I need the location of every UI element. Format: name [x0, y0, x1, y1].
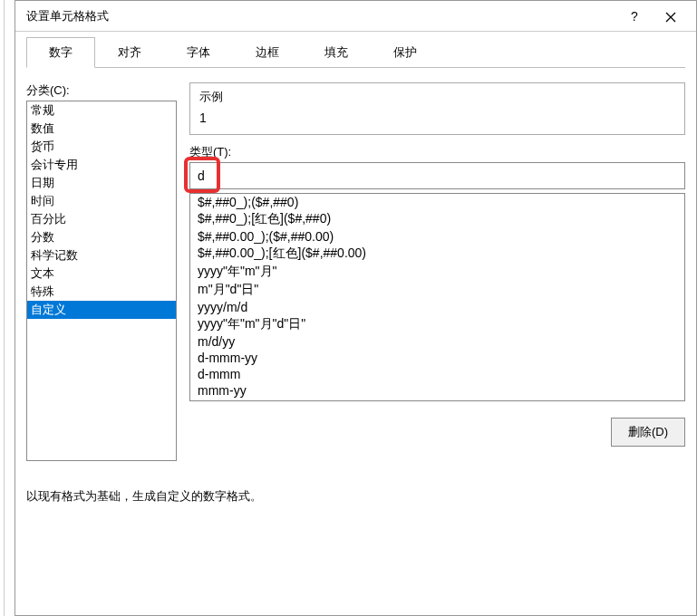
format-cells-dialog: 设置单元格格式 ? 数字 对齐 字体 边框 填充 保护 分类(C): 常规 数值…	[15, 0, 697, 616]
content: 分类(C): 常规 数值 货币 会计专用 日期 时间 百分比 分数 科学记数 文…	[15, 68, 696, 472]
category-item[interactable]: 科学记数	[27, 246, 176, 265]
format-item[interactable]: mmm-yy	[190, 382, 684, 399]
hint-text: 以现有格式为基础，生成自定义的数字格式。	[26, 488, 685, 505]
tab-border[interactable]: 边框	[233, 37, 302, 68]
category-column: 分类(C): 常规 数值 货币 会计专用 日期 时间 百分比 分数 科学记数 文…	[26, 82, 177, 461]
tab-alignment[interactable]: 对齐	[95, 37, 164, 68]
sample-label: 示例	[199, 89, 675, 105]
category-item-custom[interactable]: 自定义	[27, 301, 176, 319]
format-item[interactable]: d-mmm-yy	[190, 350, 684, 366]
format-item[interactable]: yyyy/m/d	[190, 299, 684, 315]
tab-fill[interactable]: 填充	[302, 37, 371, 68]
right-column: 示例 1 类型(T): $#,##0_);($#,##0) $#,##0_);[…	[189, 82, 685, 461]
close-button[interactable]	[653, 9, 689, 23]
help-button[interactable]: ?	[616, 9, 653, 24]
format-item[interactable]: m/d/yy	[190, 333, 684, 350]
category-label: 分类(C):	[26, 82, 177, 99]
format-item[interactable]: yyyy"年"m"月"d"日"	[190, 315, 684, 333]
format-item[interactable]: $#,##0_);($#,##0)	[190, 194, 684, 210]
category-item[interactable]: 数值	[27, 120, 176, 138]
dialog-title: 设置单元格格式	[26, 8, 616, 24]
category-list[interactable]: 常规 数值 货币 会计专用 日期 时间 百分比 分数 科学记数 文本 特殊 自定…	[26, 101, 177, 461]
tab-protection[interactable]: 保护	[371, 37, 440, 68]
format-item[interactable]: $#,##0.00_);[红色]($#,##0.00)	[190, 245, 684, 263]
category-item[interactable]: 文本	[27, 265, 176, 283]
format-item[interactable]: $#,##0.00_);($#,##0.00)	[190, 228, 684, 245]
format-item[interactable]: m"月"d"日"	[190, 281, 684, 299]
tab-font[interactable]: 字体	[164, 37, 233, 68]
delete-row: 删除(D)	[189, 418, 685, 447]
format-item[interactable]: d-mmm	[190, 366, 684, 382]
close-icon	[665, 12, 676, 23]
type-label: 类型(T):	[189, 144, 685, 160]
category-item[interactable]: 时间	[27, 192, 176, 210]
format-list[interactable]: $#,##0_);($#,##0) $#,##0_);[红色]($#,##0) …	[189, 193, 685, 401]
format-item[interactable]: $#,##0_);[红色]($#,##0)	[190, 210, 684, 228]
category-item[interactable]: 常规	[27, 101, 176, 120]
category-item[interactable]: 百分比	[27, 210, 176, 228]
sample-box: 示例 1	[189, 82, 685, 135]
type-input[interactable]	[189, 162, 685, 189]
tabs: 数字 对齐 字体 边框 填充 保护	[26, 37, 685, 68]
category-item[interactable]: 会计专用	[27, 156, 176, 174]
format-item[interactable]: yyyy"年"m"月"	[190, 263, 684, 281]
category-item[interactable]: 货币	[27, 138, 176, 156]
category-item[interactable]: 日期	[27, 174, 176, 192]
titlebar: 设置单元格格式 ?	[15, 1, 696, 32]
tab-number[interactable]: 数字	[26, 37, 95, 68]
category-item[interactable]: 特殊	[27, 283, 176, 301]
sample-value: 1	[199, 111, 675, 125]
category-item[interactable]: 分数	[27, 228, 176, 246]
delete-button[interactable]: 删除(D)	[611, 418, 685, 447]
type-input-wrap	[189, 162, 685, 189]
